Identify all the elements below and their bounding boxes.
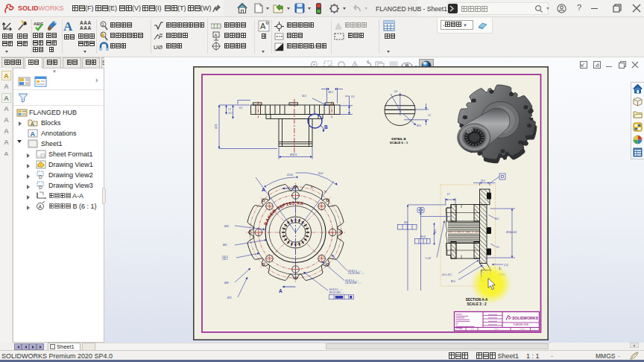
svg-text:18.2: 18.2 <box>481 180 485 182</box>
svg-text:Ø18: Ø18 <box>404 221 408 224</box>
svg-text:FLANGED HUB: FLANGED HUB <box>514 323 528 326</box>
svg-text:45.00°: 45.00° <box>287 174 294 177</box>
svg-text:D: D <box>39 185 42 190</box>
svg-text:Ø158±0.005: Ø158±0.005 <box>506 231 517 234</box>
svg-text:R0.5: R0.5 <box>495 217 499 220</box>
svg-text:□□□□□: □□□□□ <box>520 328 525 331</box>
svg-text:A: A <box>31 130 36 138</box>
svg-text:A: A <box>260 22 266 31</box>
svg-text:6.3: 6.3 <box>239 107 242 109</box>
svg-text:Ø6.1: Ø6.1 <box>329 91 334 94</box>
svg-text:B: B <box>324 124 328 130</box>
svg-text:R0.5: R0.5 <box>417 124 421 127</box>
svg-text:Ø69: Ø69 <box>224 282 229 285</box>
svg-text:56.5: 56.5 <box>302 95 306 98</box>
svg-text:1: 1 <box>102 22 105 27</box>
svg-text:Ø75: Ø75 <box>434 229 437 233</box>
svg-text:Ø33: Ø33 <box>224 225 229 228</box>
svg-text:6.7: 6.7 <box>447 193 450 196</box>
svg-text:Ø72: Ø72 <box>227 296 232 299</box>
svg-text:SOLIDWORKS: SOLIDWORKS <box>512 316 538 320</box>
svg-text:UØ: UØ <box>154 44 162 51</box>
svg-text:90.0°: 90.0° <box>318 172 324 175</box>
svg-text:1/4-28 UNC □□□: 1/4-28 UNC □□□ <box>348 272 364 275</box>
svg-text:(1.5): (1.5) <box>504 264 508 267</box>
svg-text:A: A <box>279 288 282 293</box>
svg-text:1.2: 1.2 <box>228 108 231 111</box>
svg-text:1.5: 1.5 <box>428 114 431 117</box>
svg-text:0.9: 0.9 <box>394 90 397 93</box>
svg-text:Ø32.6: Ø32.6 <box>290 153 297 156</box>
svg-text:13.2: 13.2 <box>228 112 233 115</box>
svg-text:3/8-24 UNC □□: 3/8-24 UNC □□ <box>329 291 344 294</box>
svg-text:1/4-28 UNF □□□: 1/4-28 UNF □□□ <box>345 282 362 285</box>
svg-text:3.3: 3.3 <box>351 95 355 98</box>
svg-text:A: A <box>31 121 34 127</box>
svg-text:R2.5: R2.5 <box>451 280 455 283</box>
svg-text:SECTION A-A: SECTION A-A <box>466 298 488 302</box>
svg-text:A: A <box>39 204 42 209</box>
svg-text:□□□: □□□ <box>470 328 474 331</box>
svg-text:(0.5 x 45°): (0.5 x 45°) <box>442 273 452 276</box>
svg-text:□□□□: □□□□ <box>494 328 499 331</box>
svg-text:SCALE 6 : 1: SCALE 6 : 1 <box>390 141 408 145</box>
svg-text:3.3: 3.3 <box>496 246 499 249</box>
svg-text:7 x 45°: 7 x 45° <box>425 257 432 260</box>
svg-text:150.1: 150.1 <box>222 258 228 261</box>
svg-text:D: D <box>39 174 42 180</box>
svg-text:43.8: 43.8 <box>215 124 218 129</box>
svg-text:Ø41: Ø41 <box>223 244 227 247</box>
svg-text:SCALE 3 : 2: SCALE 3 : 2 <box>467 302 486 306</box>
svg-text:DETAIL B: DETAIL B <box>391 137 405 141</box>
svg-text:A: A <box>215 33 218 37</box>
svg-text:Ø0.05: Ø0.05 <box>420 235 426 238</box>
